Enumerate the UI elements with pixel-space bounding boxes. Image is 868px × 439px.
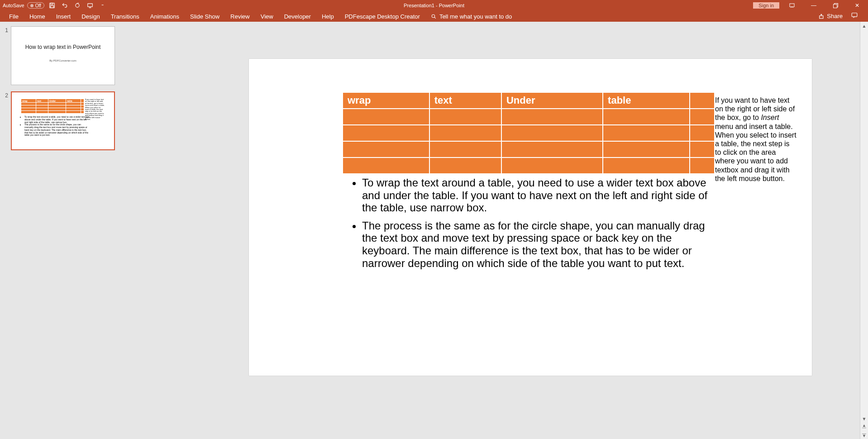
- mini-table: wraptextUndertable: [21, 99, 84, 114]
- slide-thumbnail-1[interactable]: How to wrap text in PowerPoint By PDFCon…: [11, 26, 115, 85]
- next-slide-icon[interactable]: —▼: [860, 431, 868, 439]
- slide-thumbnail-2[interactable]: wraptextUndertable If you want to have t…: [11, 91, 115, 150]
- table-cell[interactable]: [430, 158, 501, 173]
- qat-customize-icon[interactable]: ⁼: [98, 1, 108, 10]
- slide-thumbnail-panel: 1 How to wrap text in PowerPoint By PDFC…: [0, 22, 118, 439]
- table-header[interactable]: [690, 93, 714, 108]
- restore-icon[interactable]: [826, 0, 844, 10]
- thumb1-title: How to wrap text in PowerPoint: [11, 44, 114, 50]
- scroll-down-icon[interactable]: ▼: [860, 415, 868, 423]
- minimize-icon[interactable]: —: [805, 0, 823, 10]
- tab-help[interactable]: Help: [316, 11, 339, 22]
- scroll-up-icon[interactable]: ▲: [860, 22, 868, 30]
- svg-rect-1: [51, 3, 53, 5]
- vertical-scrollbar[interactable]: ▲ ▼ ▲— —▼: [860, 22, 868, 439]
- document-title: Presentation1 - PowerPoint: [0, 3, 868, 8]
- table-cell[interactable]: [690, 158, 714, 173]
- svg-rect-7: [833, 4, 837, 8]
- thumb-number: 1: [3, 26, 8, 85]
- table-cell[interactable]: [430, 142, 501, 157]
- save-icon[interactable]: [47, 1, 57, 10]
- ribbon-display-icon[interactable]: [783, 0, 801, 10]
- table-header[interactable]: Under: [502, 93, 602, 108]
- table-cell[interactable]: [343, 125, 429, 141]
- slide-table[interactable]: wrap text Under table: [342, 92, 715, 174]
- signin-button[interactable]: Sign in: [753, 2, 779, 9]
- table-cell[interactable]: [690, 109, 714, 124]
- prev-slide-icon[interactable]: ▲—: [860, 423, 868, 431]
- tab-animations[interactable]: Animations: [145, 11, 185, 22]
- tell-me-search[interactable]: Tell me what you want to do: [425, 11, 517, 22]
- autosave-toggle[interactable]: Off: [27, 2, 44, 9]
- tab-view[interactable]: View: [255, 11, 279, 22]
- slide[interactable]: wrap text Under table If you want to hav…: [249, 59, 812, 376]
- svg-point-3: [76, 4, 79, 7]
- tab-design[interactable]: Design: [76, 11, 105, 22]
- tab-file[interactable]: File: [4, 11, 24, 22]
- svg-rect-2: [50, 6, 53, 8]
- table-cell[interactable]: [502, 125, 602, 141]
- slideshow-icon[interactable]: [85, 1, 95, 10]
- svg-rect-4: [88, 4, 93, 7]
- table-header[interactable]: table: [603, 93, 689, 108]
- svg-rect-10: [852, 13, 857, 17]
- table-header[interactable]: text: [430, 93, 501, 108]
- table-cell[interactable]: [502, 109, 602, 124]
- mini-bullets: To wrap the text around a table, you nee…: [22, 116, 90, 137]
- share-icon: [819, 13, 825, 19]
- search-icon: [431, 14, 437, 19]
- tab-developer[interactable]: Developer: [279, 11, 316, 22]
- bullet-item[interactable]: To wrap the text around a table, you nee…: [362, 177, 711, 214]
- tab-transitions[interactable]: Transitions: [105, 11, 145, 22]
- share-button[interactable]: Share: [819, 13, 843, 19]
- table-cell[interactable]: [690, 125, 714, 141]
- bullet-item[interactable]: The process is the same as for the circl…: [362, 220, 711, 269]
- table-cell[interactable]: [343, 142, 429, 157]
- svg-point-8: [432, 14, 435, 18]
- bullet-text-box[interactable]: To wrap the text around a table, you nee…: [354, 177, 711, 275]
- tab-home[interactable]: Home: [24, 11, 51, 22]
- tab-pdfescape[interactable]: PDFescape Desktop Creator: [339, 11, 425, 22]
- comments-icon[interactable]: [851, 12, 858, 20]
- table-cell[interactable]: [603, 125, 689, 141]
- thumb1-subtitle: By PDFConverter.com: [11, 59, 114, 62]
- close-icon[interactable]: ✕: [848, 0, 866, 10]
- table-cell[interactable]: [430, 109, 501, 124]
- table-cell[interactable]: [603, 158, 689, 173]
- undo-icon[interactable]: [60, 1, 70, 10]
- table-cell[interactable]: [502, 142, 602, 157]
- redo-icon[interactable]: [72, 1, 82, 10]
- tab-insert[interactable]: Insert: [51, 11, 76, 22]
- tab-slideshow[interactable]: Slide Show: [185, 11, 225, 22]
- table-cell[interactable]: [690, 142, 714, 157]
- tab-review[interactable]: Review: [225, 11, 255, 22]
- title-bar: AutoSave Off ⁼ Presentation1 - PowerPoin…: [0, 0, 868, 11]
- side-text-box[interactable]: If you want to have text on the right or…: [715, 96, 796, 183]
- svg-rect-9: [820, 15, 823, 18]
- ribbon-tabs: File Home Insert Design Transitions Anim…: [0, 11, 868, 22]
- table-cell[interactable]: [603, 142, 689, 157]
- table-cell[interactable]: [430, 125, 501, 141]
- svg-rect-5: [790, 4, 794, 7]
- table-cell[interactable]: [603, 109, 689, 124]
- table-cell[interactable]: [502, 158, 602, 173]
- table-cell[interactable]: [343, 158, 429, 173]
- table-cell[interactable]: [343, 109, 429, 124]
- autosave-label: AutoSave: [3, 3, 24, 8]
- table-header[interactable]: wrap: [343, 93, 429, 108]
- slide-canvas-area[interactable]: wrap text Under table If you want to hav…: [118, 22, 860, 439]
- thumb-number: 2: [3, 91, 8, 150]
